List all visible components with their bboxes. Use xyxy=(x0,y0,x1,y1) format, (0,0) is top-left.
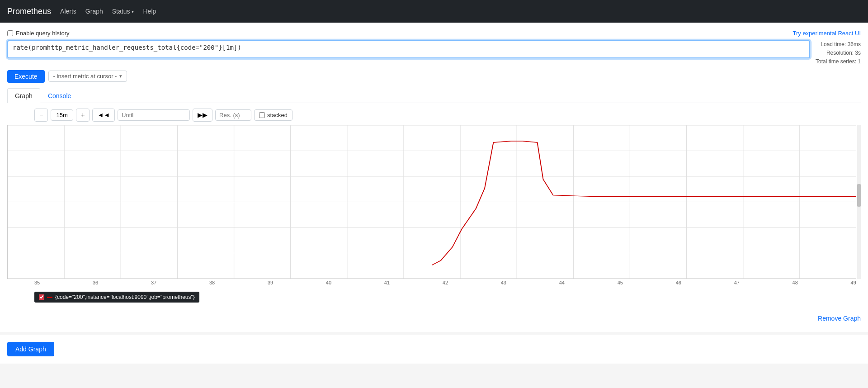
add-graph-button[interactable]: Add Graph xyxy=(7,342,54,356)
x-label-47: 47 xyxy=(734,280,740,285)
x-label-39: 39 xyxy=(268,280,273,285)
execute-row: Execute - insert metric at cursor - ▾ xyxy=(7,70,861,83)
x-label-44: 44 xyxy=(559,280,565,285)
range-input[interactable] xyxy=(51,109,73,121)
x-label-41: 41 xyxy=(384,280,390,285)
graph-container: 0.12 0.10 0.08 0.06 0.04 0.02 xyxy=(7,125,861,303)
x-label-37: 37 xyxy=(151,280,156,285)
status-dropdown-arrow: ▾ xyxy=(132,9,134,14)
x-label-46: 46 xyxy=(676,280,681,285)
legend-color-swatch xyxy=(47,297,52,298)
x-label-36: 36 xyxy=(93,280,98,285)
top-bar: Enable query history Try experimental Re… xyxy=(7,30,861,37)
forward-button[interactable]: ▶▶ xyxy=(193,109,212,122)
graph-controls: − + ◄◄ ▶▶ stacked xyxy=(7,109,861,122)
stacked-checkbox[interactable] xyxy=(259,112,265,118)
query-input[interactable]: rate(promhttp_metric_handler_requests_to… xyxy=(7,40,810,58)
alerts-link[interactable]: Alerts xyxy=(60,6,76,17)
resolution-input[interactable] xyxy=(215,109,251,121)
graph-nav-link[interactable]: Graph xyxy=(85,6,103,17)
help-link[interactable]: Help xyxy=(143,6,156,17)
x-label-35: 35 xyxy=(34,280,40,285)
stats-panel: Load time: 36ms Resolution: 3s Total tim… xyxy=(816,40,861,66)
x-label-48: 48 xyxy=(793,280,798,285)
resolution-stat: Resolution: 3s xyxy=(816,49,861,57)
insert-metric-dropdown[interactable]: - insert metric at cursor - ▾ xyxy=(48,71,127,82)
add-graph-row: Add Graph xyxy=(0,332,868,364)
brand-link[interactable]: Prometheus xyxy=(7,7,51,16)
tab-console[interactable]: Console xyxy=(40,88,79,103)
tabs: Graph Console xyxy=(7,88,861,103)
main-content: Enable query history Try experimental Re… xyxy=(0,23,868,332)
total-series-stat: Total time series: 1 xyxy=(816,57,861,66)
zoom-out-button[interactable]: − xyxy=(34,109,48,122)
scrollbar-thumb[interactable] xyxy=(857,184,861,207)
x-label-42: 42 xyxy=(443,280,448,285)
x-label-43: 43 xyxy=(501,280,506,285)
graph-svg xyxy=(7,125,856,279)
remove-graph-link[interactable]: Remove Graph xyxy=(818,315,861,322)
graph-line xyxy=(432,141,857,265)
legend-label: {code="200",instance="localhost:9090",jo… xyxy=(55,294,195,300)
legend-item[interactable]: {code="200",instance="localhost:9090",jo… xyxy=(34,292,199,303)
back-button[interactable]: ◄◄ xyxy=(92,109,115,122)
navbar: Prometheus Alerts Graph Status ▾ Help xyxy=(0,0,868,23)
x-label-40: 40 xyxy=(326,280,331,285)
zoom-in-button[interactable]: + xyxy=(76,109,90,122)
execute-button[interactable]: Execute xyxy=(7,70,45,83)
tab-graph[interactable]: Graph xyxy=(7,88,40,103)
enable-history-label[interactable]: Enable query history xyxy=(7,30,70,37)
bottom-bar: Remove Graph xyxy=(7,310,861,325)
stacked-label[interactable]: stacked xyxy=(254,109,292,121)
x-label-45: 45 xyxy=(618,280,623,285)
try-react-link[interactable]: Try experimental React UI xyxy=(793,30,861,37)
legend-checkbox[interactable] xyxy=(39,294,44,300)
scrollbar[interactable] xyxy=(857,125,861,279)
x-label-38: 38 xyxy=(209,280,215,285)
x-axis: 35 36 37 38 39 40 41 42 43 44 45 46 47 4… xyxy=(34,279,856,285)
insert-metric-arrow: ▾ xyxy=(119,73,122,79)
x-label-49: 49 xyxy=(851,280,856,285)
status-dropdown[interactable]: Status ▾ xyxy=(112,8,134,15)
enable-history-checkbox[interactable] xyxy=(7,30,13,36)
load-time-stat: Load time: 36ms xyxy=(816,40,861,49)
until-input[interactable] xyxy=(118,109,190,121)
